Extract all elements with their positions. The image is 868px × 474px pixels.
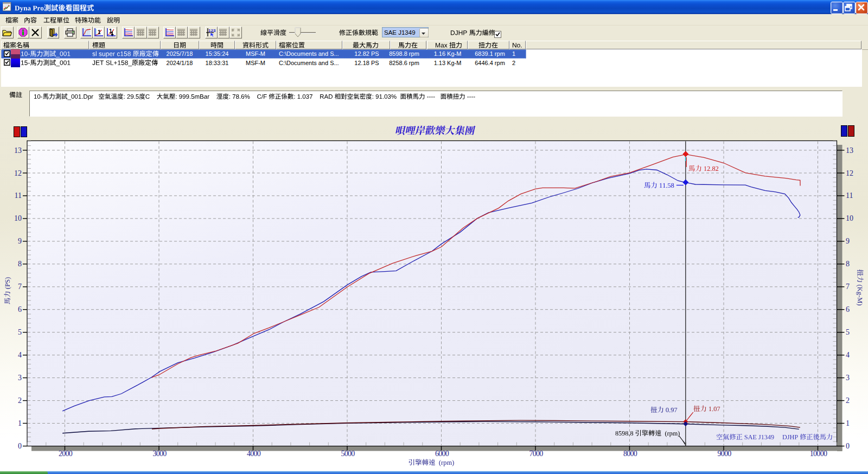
svg-text:3000: 3000 bbox=[152, 450, 167, 458]
svg-text:6: 6 bbox=[18, 305, 22, 313]
svg-text:8: 8 bbox=[18, 260, 22, 268]
svg-text:10: 10 bbox=[846, 214, 853, 222]
svg-text:10: 10 bbox=[14, 214, 22, 222]
svg-text:4000: 4000 bbox=[247, 450, 261, 458]
svg-text:5: 5 bbox=[18, 328, 22, 336]
svg-text:1: 1 bbox=[18, 419, 22, 427]
svg-text:12: 12 bbox=[14, 169, 22, 177]
svg-text:9: 9 bbox=[846, 237, 850, 245]
svg-text:6: 6 bbox=[846, 305, 850, 313]
svg-text:3: 3 bbox=[846, 374, 850, 382]
svg-text:2000: 2000 bbox=[59, 450, 73, 458]
svg-text:5: 5 bbox=[846, 328, 850, 336]
svg-text:7: 7 bbox=[18, 283, 22, 291]
svg-text:8000: 8000 bbox=[623, 450, 637, 458]
svg-text:6000: 6000 bbox=[435, 450, 449, 458]
svg-text:2: 2 bbox=[18, 396, 22, 405]
svg-text:8: 8 bbox=[846, 260, 850, 268]
svg-text:12: 12 bbox=[846, 169, 853, 177]
svg-text:13: 13 bbox=[14, 146, 22, 155]
svg-text:13: 13 bbox=[846, 146, 853, 155]
svg-text:4: 4 bbox=[846, 351, 850, 359]
svg-text:2: 2 bbox=[846, 396, 850, 405]
svg-text:11: 11 bbox=[846, 191, 853, 200]
svg-text:7000: 7000 bbox=[529, 450, 543, 458]
svg-text:9: 9 bbox=[18, 237, 22, 245]
svg-text:5000: 5000 bbox=[341, 450, 355, 458]
svg-text:11: 11 bbox=[15, 191, 22, 200]
svg-text:3: 3 bbox=[18, 374, 22, 382]
svg-text:0: 0 bbox=[18, 442, 22, 450]
svg-text:1: 1 bbox=[846, 419, 850, 427]
svg-text:4: 4 bbox=[18, 351, 22, 359]
svg-text:7: 7 bbox=[846, 283, 850, 291]
svg-text:9000: 9000 bbox=[717, 450, 731, 458]
svg-text:0: 0 bbox=[846, 442, 850, 450]
svg-text:10000: 10000 bbox=[810, 450, 827, 458]
